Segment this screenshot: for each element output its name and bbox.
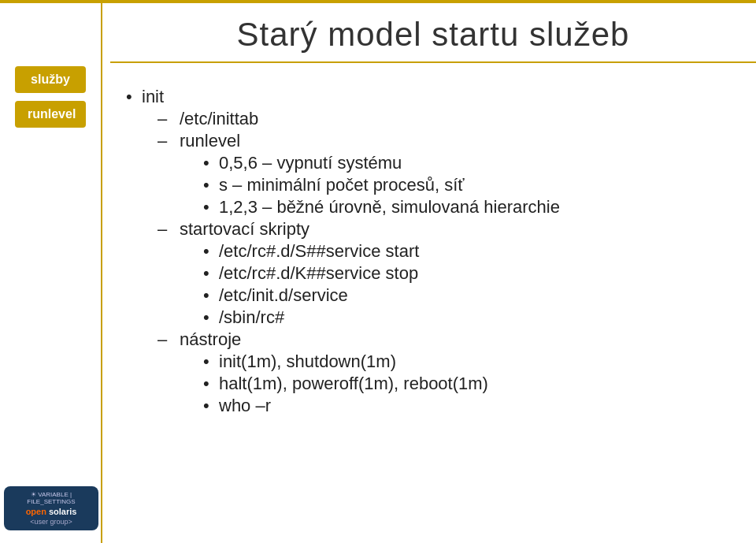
list-item-runlevel: runlevel 0,5,6 – vypnutí systému s – min… — [158, 131, 732, 218]
nastroje-sublist: init(1m), shutdown(1m) halt(1m), powerof… — [203, 351, 732, 416]
nastroje-item-who: who –r — [203, 396, 732, 416]
skripty-sbin-text: /sbin/rc# — [219, 307, 284, 327]
skripty-sublist: /etc/rc#.d/S##service start /etc/rc#.d/K… — [203, 241, 732, 328]
nastroje-item-halt: halt(1m), poweroff(1m), reboot(1m) — [203, 374, 732, 394]
logo-open-text: open — [26, 507, 46, 516]
inittab-text: /etc/inittab — [180, 109, 258, 128]
logo-brand: open solaris — [10, 507, 92, 516]
runlevel-item-s: s – minimální počet procesů, síť — [203, 175, 732, 195]
page-header: Starý model startu služeb — [110, 0, 756, 63]
skripty-init-text: /etc/init.d/service — [219, 285, 348, 305]
skripty-k-text: /etc/rc#.d/K##service stop — [219, 263, 418, 283]
skripty-s-text: /etc/rc#.d/S##service start — [219, 241, 419, 261]
nastroje-init-text: init(1m), shutdown(1m) — [219, 351, 396, 371]
runlevel-text: runlevel — [180, 131, 240, 151]
main-content: init /etc/inittab runlevel 0,5,6 – vypnu… — [110, 63, 756, 543]
skripty-text: startovací skripty — [180, 219, 309, 239]
skripty-item-init: /etc/init.d/service — [203, 285, 732, 306]
runlevel-item-056: 0,5,6 – vypnutí systému — [203, 153, 732, 173]
init-label: init — [142, 87, 164, 106]
skripty-item-k: /etc/rc#.d/K##service stop — [203, 263, 732, 284]
logo-icons: ☀ VARIABLE | FILE_SETTINGS — [10, 491, 92, 505]
runlevel-s-text: s – minimální počet procesů, síť — [219, 175, 465, 195]
logo-solaris-text: solaris — [49, 507, 76, 516]
sidebar-item-sluzby[interactable]: služby — [15, 66, 86, 93]
nastroje-item-init: init(1m), shutdown(1m) — [203, 351, 732, 372]
opensolaris-logo: ☀ VARIABLE | FILE_SETTINGS open solaris … — [4, 486, 98, 530]
top-border — [0, 0, 756, 3]
nastroje-who-text: who –r — [219, 396, 271, 415]
nastroje-text: nástroje — [180, 329, 241, 349]
list-item-inittab: /etc/inittab — [158, 109, 732, 129]
runlevel-056-text: 0,5,6 – vypnutí systému — [219, 153, 402, 173]
skripty-item-sbin: /sbin/rc# — [203, 307, 732, 328]
runlevel-sublist: 0,5,6 – vypnutí systému s – minimální po… — [203, 153, 732, 218]
list-item-nastroje: nástroje init(1m), shutdown(1m) halt(1m)… — [158, 329, 732, 416]
list-item-init: init /etc/inittab runlevel 0,5,6 – vypnu… — [126, 87, 732, 416]
list-item-skripty: startovací skripty /etc/rc#.d/S##service… — [158, 219, 732, 328]
nastroje-halt-text: halt(1m), poweroff(1m), reboot(1m) — [219, 374, 488, 393]
init-sublist: /etc/inittab runlevel 0,5,6 – vypnutí sy… — [158, 109, 732, 416]
page-title: Starý model startu služeb — [110, 16, 756, 54]
runlevel-item-123: 1,2,3 – běžné úrovně, simulovaná hierarc… — [203, 197, 732, 218]
runlevel-123-text: 1,2,3 – běžné úrovně, simulovaná hierarc… — [219, 197, 560, 217]
sidebar-label-sluzby: služby — [31, 73, 70, 86]
skripty-item-s: /etc/rc#.d/S##service start — [203, 241, 732, 262]
sidebar-item-runlevel[interactable]: runlevel — [15, 101, 86, 128]
sidebar: služby runlevel ☀ VARIABLE | FILE_SETTIN… — [0, 3, 102, 543]
main-list: init /etc/inittab runlevel 0,5,6 – vypnu… — [126, 87, 732, 416]
logo-subtitle: <user group> — [10, 518, 92, 526]
sidebar-label-runlevel: runlevel — [28, 107, 76, 121]
